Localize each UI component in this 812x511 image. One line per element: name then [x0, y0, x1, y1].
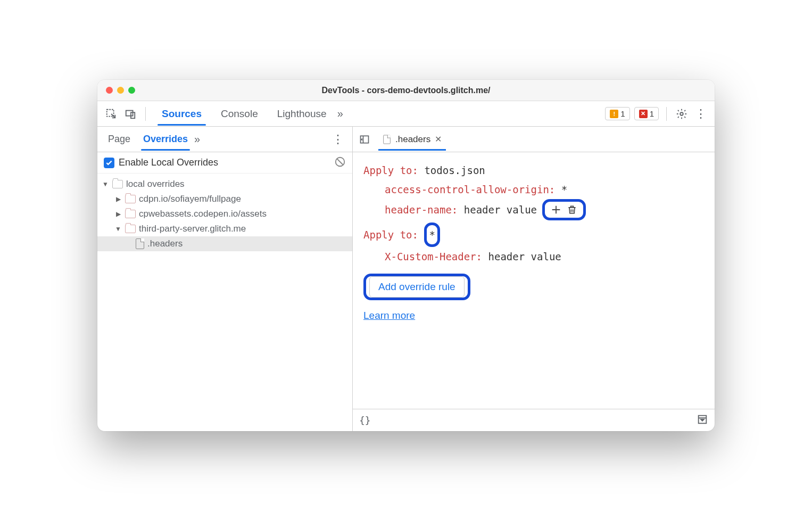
header-name[interactable]: access-control-allow-origin:	[385, 184, 555, 195]
dock-icon[interactable]	[697, 414, 708, 427]
more-tabs-chevron-icon[interactable]: »	[337, 108, 343, 120]
warnings-badge[interactable]: ! 1	[605, 107, 629, 120]
tree-folder-root[interactable]: ▼ local overrides	[97, 177, 352, 192]
clear-overrides-icon[interactable]	[334, 156, 346, 170]
learn-more-link[interactable]: Learn more	[363, 310, 415, 321]
tree-folder[interactable]: ▶ cdpn.io/sofiayem/fullpage	[97, 192, 352, 207]
inspect-icon[interactable]	[104, 106, 119, 121]
navigator-panel: Page Overrides » ⋮ Enable Local Override…	[97, 127, 353, 431]
folder-icon	[125, 225, 136, 233]
tree-label: .headers	[147, 238, 183, 249]
header-row: header-name: header value	[363, 199, 704, 220]
svg-point-3	[680, 112, 683, 116]
file-icon	[383, 135, 391, 144]
devtools-window: DevTools - cors-demo-devtools.glitch.me/…	[97, 80, 715, 431]
settings-gear-icon[interactable]	[674, 106, 689, 121]
folder-icon	[125, 195, 136, 203]
callout-header-actions	[542, 199, 586, 220]
editor-tab-headers[interactable]: .headers ✕	[378, 129, 446, 150]
header-row: X-Custom-Header: header value	[363, 247, 704, 266]
callout-add-rule: Add override rule	[363, 274, 470, 300]
pretty-print-icon[interactable]: {}	[359, 415, 371, 426]
enable-overrides-label: Enable Local Overrides	[119, 157, 218, 168]
close-window-button[interactable]	[106, 87, 113, 94]
header-value[interactable]: header value	[464, 204, 537, 216]
apply-to-label: Apply to:	[363, 164, 418, 176]
header-name[interactable]: header-name:	[385, 204, 458, 216]
minimize-window-button[interactable]	[117, 87, 124, 94]
device-toggle-icon[interactable]	[123, 106, 138, 121]
file-icon	[136, 238, 144, 249]
warning-icon: !	[610, 110, 618, 118]
tree-folder[interactable]: ▶ cpwebassets.codepen.io/assets	[97, 207, 352, 221]
chevron-down-icon: ▼	[114, 225, 122, 233]
navigator-kebab-icon[interactable]: ⋮	[328, 133, 348, 146]
enable-overrides-checkbox[interactable]	[104, 158, 114, 168]
apply-to-value[interactable]: todos.json	[424, 164, 485, 176]
apply-to-label: Apply to:	[363, 229, 418, 241]
header-name[interactable]: X-Custom-Header:	[385, 251, 482, 262]
headers-editor: Apply to: todos.json access-control-allo…	[353, 152, 715, 409]
tree-label: cdpn.io/sofiayem/fullpage	[139, 194, 241, 204]
window-title: DevTools - cors-demo-devtools.glitch.me/	[97, 86, 715, 95]
editor-tab-label: .headers	[395, 134, 430, 145]
rule-block: Apply to: todos.json	[363, 161, 704, 180]
tree-label: cpwebassets.codepen.io/assets	[139, 209, 267, 219]
chevron-down-icon: ▼	[102, 180, 109, 188]
tab-sources[interactable]: Sources	[153, 103, 210, 125]
close-tab-icon[interactable]: ✕	[435, 134, 442, 144]
header-value[interactable]: header value	[488, 251, 561, 262]
tree-file-selected[interactable]: .headers	[97, 236, 352, 251]
folder-icon	[112, 180, 123, 188]
divider	[666, 107, 667, 121]
editor-bottombar: {}	[353, 409, 715, 431]
warning-count: 1	[620, 109, 625, 118]
errors-badge[interactable]: ✕ 1	[634, 107, 659, 120]
chevron-right-icon: ▶	[114, 195, 122, 203]
tree-label: local overrides	[126, 179, 185, 189]
chevron-right-icon: ▶	[114, 210, 122, 218]
maximize-window-button[interactable]	[128, 87, 135, 94]
panel-tabs: Sources Console Lighthouse »	[153, 103, 343, 125]
folder-icon	[125, 210, 136, 218]
tree-folder[interactable]: ▼ third-party-server.glitch.me	[97, 221, 352, 236]
titlebar: DevTools - cors-demo-devtools.glitch.me/	[97, 80, 715, 101]
more-nav-tabs-chevron-icon[interactable]: »	[194, 133, 200, 145]
tab-overrides[interactable]: Overrides	[137, 128, 194, 150]
delete-header-button[interactable]	[564, 202, 580, 218]
callout-apply-to-wildcard: *	[424, 222, 440, 247]
window-controls	[97, 87, 135, 94]
header-row: access-control-allow-origin: *	[363, 180, 704, 199]
divider	[145, 107, 146, 121]
apply-to-value[interactable]: *	[429, 225, 435, 244]
navigator-tabs: Page Overrides » ⋮	[97, 127, 352, 152]
add-rule-row: Add override rule	[363, 274, 704, 300]
tab-page[interactable]: Page	[102, 128, 137, 150]
tab-lighthouse[interactable]: Lighthouse	[269, 103, 335, 125]
tree-label: third-party-server.glitch.me	[139, 224, 246, 234]
editor-panel: .headers ✕ Apply to: todos.json access-c…	[353, 127, 715, 431]
toggle-navigator-icon[interactable]	[357, 132, 372, 147]
editor-tabs: .headers ✕	[353, 127, 715, 152]
tab-console[interactable]: Console	[212, 103, 267, 125]
file-tree: ▼ local overrides ▶ cdpn.io/sofiayem/ful…	[97, 174, 352, 254]
add-header-button[interactable]	[548, 202, 564, 218]
main-toolbar: Sources Console Lighthouse » ! 1 ✕ 1 ⋮	[97, 101, 715, 127]
rule-block: Apply to: *	[363, 222, 704, 247]
body: Page Overrides » ⋮ Enable Local Override…	[97, 127, 715, 431]
svg-rect-1	[126, 110, 133, 116]
error-icon: ✕	[639, 110, 648, 118]
kebab-menu-icon[interactable]: ⋮	[693, 106, 708, 121]
add-override-rule-button[interactable]: Add override rule	[369, 276, 465, 298]
error-count: 1	[650, 109, 654, 118]
header-value[interactable]: *	[561, 184, 567, 195]
enable-overrides-row: Enable Local Overrides	[97, 152, 352, 174]
